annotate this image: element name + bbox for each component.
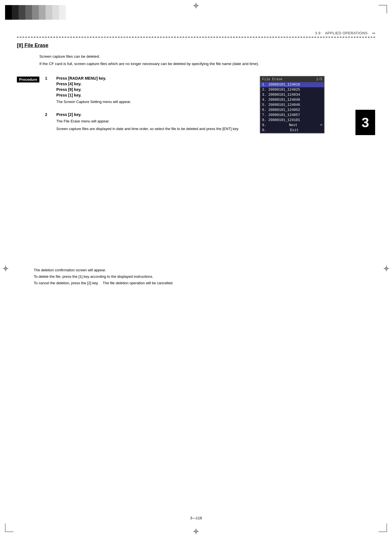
color-bar-segment [12, 5, 19, 20]
cross-mark-right [384, 266, 389, 271]
section-title: [II] File Erase [17, 42, 375, 48]
menu-item-1[interactable]: 1. 20080101_124018 [260, 82, 324, 87]
color-bar-segment [52, 5, 59, 20]
menu-item-8-filename: 20080101_124101 [269, 118, 300, 122]
corner-mark-tr [379, 5, 387, 14]
menu-display: File Erase 1/5 1. 20080101_124018 2. 200… [260, 76, 325, 133]
menu-item-8-number: 8. [262, 118, 266, 122]
menu-item-3-filename: 20080101_124034 [269, 93, 300, 97]
corner-mark-bl [5, 523, 13, 532]
description-line1: Screen capture files can be deleted. [39, 53, 375, 60]
section-title-header: APPLIED OPERATIONS [325, 31, 368, 35]
cross-mark-bottom [193, 529, 199, 534]
color-bar-segment [39, 5, 46, 20]
menu-item-6-filename: 20080101_124052 [269, 108, 300, 112]
menu-item-3[interactable]: 3. 20080101_124034 [260, 92, 324, 97]
menu-title: File Erase [262, 77, 282, 81]
menu-item-7[interactable]: 7. 20080101_124057 [260, 113, 324, 118]
left-column: Procedure 1 Press [RADAR MENU] key. Pres… [17, 76, 302, 137]
menu-next-label: Next [289, 123, 298, 127]
color-bar-segment [46, 5, 52, 20]
bottom-note-3: To cancel the deletion, press the [2] ke… [34, 280, 358, 286]
header-right: 3.9 APPLIED OPERATIONS •• [17, 31, 375, 35]
menu-exit-label: Exit [290, 128, 299, 132]
menu-next-number: 9. [262, 123, 266, 127]
menu-exit-number: 0. [262, 128, 266, 132]
menu-item-8[interactable]: 8. 20080101_124101 [260, 118, 324, 123]
menu-item-5[interactable]: 5. 20080101_124046 [260, 102, 324, 108]
section-number: 3.9 [315, 31, 321, 35]
menu-item-4-number: 4. [262, 98, 266, 102]
color-bar-segment [25, 5, 32, 20]
menu-item-4-filename: 20080101_124040 [269, 98, 300, 102]
menu-item-6[interactable]: 6. 20080101_124052 [260, 108, 324, 113]
color-bar-segment [19, 5, 25, 20]
menu-item-3-number: 3. [262, 93, 266, 97]
step-2-number: 2 [45, 112, 51, 134]
color-bar-segment [66, 5, 73, 20]
dashed-divider [17, 37, 375, 37]
page: 3.9 APPLIED OPERATIONS •• [II] File Eras… [0, 0, 392, 537]
menu-item-7-number: 7. [262, 113, 266, 117]
menu-item-1-number: 1. [262, 83, 266, 87]
header-section: 3.9 APPLIED OPERATIONS •• [II] File Eras… [17, 31, 375, 72]
menu-page: 1/5 [316, 77, 322, 81]
procedure-badge: Procedure [17, 77, 39, 82]
color-bar-segment [59, 5, 66, 20]
menu-next-arrow: > [320, 123, 322, 127]
cross-mark-left [3, 266, 8, 271]
procedure-row: Procedure 1 Press [RADAR MENU] key. Pres… [17, 76, 302, 137]
menu-item-2-filename: 20080101_124025 [269, 88, 300, 92]
bottom-note-2: To delete the file, press the [1] key ac… [34, 274, 358, 280]
menu-item-6-number: 6. [262, 108, 266, 112]
header-dots: •• [372, 31, 375, 35]
menu-item-2-number: 2. [262, 88, 266, 92]
procedure-layout: Procedure 1 Press [RADAR MENU] key. Pres… [17, 76, 375, 137]
color-bar-segment [32, 5, 39, 20]
menu-next[interactable]: 9. Next > [260, 123, 324, 128]
menu-item-7-filename: 20080101_124057 [269, 113, 300, 117]
cross-mark-top [193, 3, 199, 8]
description: Screen capture files can be deleted. If … [39, 53, 375, 67]
menu-item-4[interactable]: 4. 20080101_124040 [260, 97, 324, 102]
right-column: File Erase 1/5 1. 20080101_124018 2. 200… [308, 76, 375, 137]
menu-item-5-filename: 20080101_124046 [269, 103, 300, 107]
menu-header: File Erase 1/5 [260, 77, 324, 82]
color-bar-segment [5, 5, 12, 20]
bottom-note-1: The deletion confirmation screen will ap… [34, 267, 358, 273]
menu-item-1-filename: 20080101_124018 [269, 83, 300, 87]
color-bar [5, 5, 73, 20]
bottom-notes: The deletion confirmation screen will ap… [34, 267, 358, 286]
corner-mark-br [379, 523, 387, 532]
description-line2: If the CF card is full, screen capture f… [39, 61, 375, 67]
menu-exit[interactable]: 0. Exit [260, 128, 324, 133]
menu-item-5-number: 5. [262, 103, 266, 107]
menu-item-2[interactable]: 2. 20080101_124025 [260, 87, 324, 92]
step-1-number: 1 [45, 76, 51, 107]
page-number: 3—118 [190, 516, 202, 520]
content-area: Procedure 1 Press [RADAR MENU] key. Pres… [17, 76, 375, 137]
